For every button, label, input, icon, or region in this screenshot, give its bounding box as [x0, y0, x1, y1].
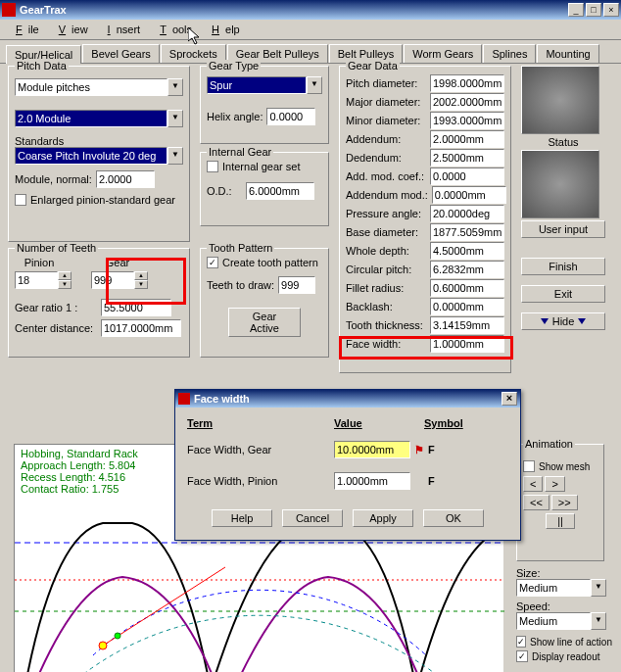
- geardata-label: Major diameter:: [346, 96, 426, 108]
- enlarged-pinion-checkbox[interactable]: [15, 194, 26, 206]
- geardata-label: Pitch diameter:: [346, 77, 426, 89]
- center-distance-input[interactable]: [101, 319, 181, 337]
- tab-bar: Spur/Helical Bevel Gears Sprockets Gear …: [0, 40, 621, 64]
- speed-combo[interactable]: [516, 612, 591, 630]
- geardata-value[interactable]: [430, 149, 504, 167]
- tab-splines[interactable]: Splines: [483, 44, 536, 63]
- warning-icon: ⚑: [410, 444, 428, 456]
- face-width-dialog: Face width × Term Value Symbol Face Widt…: [174, 389, 521, 541]
- od-input[interactable]: [246, 182, 314, 200]
- dialog-icon: [178, 393, 190, 405]
- geardata-value[interactable]: [430, 168, 504, 185]
- gear-ratio-input[interactable]: [101, 299, 171, 316]
- geardata-value[interactable]: [430, 335, 504, 353]
- gear-teeth-input[interactable]: [91, 271, 134, 289]
- triangle-icon: [541, 318, 549, 324]
- close-button[interactable]: ×: [603, 3, 619, 17]
- group-number-of-teeth: Pinion Gear ▲▼ ▲▼ Gear ratio 1 : Center …: [8, 248, 190, 358]
- pause-button[interactable]: ||: [546, 513, 575, 529]
- group-tooth-pattern: ✓ Create tooth pattern Teeth to draw: Ge…: [200, 248, 329, 358]
- group-internal-gear: Internal gear set O.D.:: [200, 152, 329, 226]
- dialog-title: Face width: [194, 393, 502, 405]
- show-line-checkbox[interactable]: ✓: [516, 636, 526, 648]
- show-mesh-checkbox[interactable]: [523, 460, 535, 472]
- geardata-label: Whole depth:: [346, 245, 426, 257]
- module-normal-label: Module, normal:: [15, 173, 92, 185]
- group-gear-data: Pitch diameter:Major diameter:Minor diam…: [339, 66, 511, 373]
- maximize-button[interactable]: □: [586, 3, 601, 17]
- geardata-label: Circular pitch:: [346, 264, 426, 275]
- menu-insert[interactable]: Insert: [96, 22, 147, 37]
- geardata-value[interactable]: [432, 186, 506, 204]
- module-combo[interactable]: [15, 110, 167, 127]
- geardata-label: Backlash:: [346, 301, 426, 312]
- geardata-label: Addendum mod.:: [346, 189, 428, 201]
- face-width-pinion-input[interactable]: [334, 472, 410, 490]
- geardata-label: Add. mod. coef.:: [346, 170, 426, 182]
- tab-bevel[interactable]: Bevel Gears: [82, 44, 160, 63]
- pinion-teeth-input[interactable]: [15, 271, 58, 289]
- svg-point-4: [99, 642, 107, 649]
- gear-type-combo[interactable]: [207, 76, 307, 94]
- internal-gear-checkbox[interactable]: [207, 161, 218, 172]
- geardata-value[interactable]: [430, 316, 504, 334]
- geardata-label: Fillet radius:: [346, 282, 426, 294]
- finish-button[interactable]: Finish: [521, 258, 605, 275]
- svg-point-5: [115, 633, 120, 639]
- forward-button[interactable]: >>: [551, 495, 578, 510]
- menu-view[interactable]: View: [47, 22, 94, 37]
- tab-worm[interactable]: Worm Gears: [404, 44, 482, 63]
- cancel-button[interactable]: Cancel: [282, 509, 343, 527]
- dropdown-icon[interactable]: ▼: [167, 110, 183, 127]
- prev-button[interactable]: <: [523, 476, 543, 492]
- display-readout-checkbox[interactable]: ✓: [516, 650, 528, 662]
- geardata-label: Dedendum:: [346, 152, 426, 164]
- helix-angle-input[interactable]: [266, 108, 315, 125]
- geardata-value[interactable]: [430, 261, 504, 278]
- dialog-close-button[interactable]: ×: [502, 392, 517, 406]
- geardata-value[interactable]: [430, 93, 504, 111]
- svg-line-3: [103, 567, 225, 646]
- geardata-value[interactable]: [430, 112, 504, 129]
- size-combo[interactable]: [516, 579, 591, 597]
- menu-bar: File View Insert Tools Help: [0, 20, 621, 40]
- menu-file[interactable]: File: [4, 22, 45, 37]
- help-button[interactable]: Help: [212, 509, 272, 527]
- apply-button[interactable]: Apply: [353, 509, 413, 527]
- menu-help[interactable]: Help: [200, 22, 246, 37]
- exit-button[interactable]: Exit: [521, 285, 605, 303]
- status-text: User input: [521, 220, 605, 238]
- standards-label: Standards: [15, 135, 183, 147]
- rewind-button[interactable]: <<: [523, 495, 549, 510]
- minimize-button[interactable]: _: [568, 3, 584, 17]
- geardata-value[interactable]: [430, 130, 504, 148]
- gear-active-button[interactable]: Gear Active: [228, 308, 301, 337]
- dropdown-icon[interactable]: ▼: [167, 78, 183, 96]
- geardata-value[interactable]: [430, 205, 504, 222]
- dropdown-icon[interactable]: ▼: [307, 76, 322, 94]
- geardata-label: Face width:: [346, 338, 426, 350]
- create-tooth-checkbox[interactable]: ✓: [207, 257, 218, 268]
- geardata-value[interactable]: [430, 74, 504, 92]
- pitch-system-combo[interactable]: [15, 78, 167, 96]
- tab-mounting[interactable]: Mounting: [537, 44, 598, 63]
- gear-preview-1: [521, 66, 599, 134]
- face-width-gear-input[interactable]: [334, 441, 410, 458]
- geardata-value[interactable]: [430, 242, 504, 260]
- geardata-value[interactable]: [430, 223, 504, 241]
- hide-button[interactable]: Hide: [521, 312, 605, 330]
- standard-combo[interactable]: [15, 147, 167, 165]
- group-pitch-data: ▼ ▼ Standards ▼ Module, normal: Enlarged…: [8, 66, 190, 242]
- dropdown-icon[interactable]: ▼: [167, 147, 183, 165]
- geardata-label: Tooth thickness:: [346, 319, 426, 331]
- geardata-label: Addendum:: [346, 133, 426, 145]
- app-title: GearTrax: [20, 4, 568, 16]
- menu-tools[interactable]: Tools: [148, 22, 198, 37]
- geardata-value[interactable]: [430, 298, 504, 315]
- module-normal-input[interactable]: [96, 170, 155, 188]
- ok-button[interactable]: OK: [423, 509, 484, 527]
- next-button[interactable]: >: [545, 476, 564, 492]
- title-bar: GearTrax _ □ ×: [0, 0, 621, 20]
- geardata-value[interactable]: [430, 279, 504, 297]
- teeth-to-draw-input[interactable]: [278, 276, 315, 294]
